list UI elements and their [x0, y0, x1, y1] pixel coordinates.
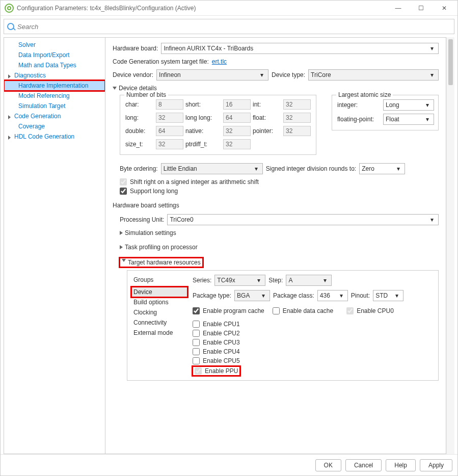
sidebar-item-solver[interactable]: Solver: [4, 40, 105, 50]
target-hw-res-toggle[interactable]: Target hardware resources: [120, 258, 439, 267]
sidebar-item-diagnostics[interactable]: Diagnostics: [4, 70, 105, 81]
group-build-options[interactable]: Build options: [131, 297, 187, 307]
float-input: [283, 113, 311, 123]
group-connectivity[interactable]: Connectivity: [131, 318, 187, 328]
atomic-int-select[interactable]: Long▾: [383, 99, 434, 111]
chevron-down-icon: ▾: [428, 216, 436, 223]
byteorder-value: Little Endian: [164, 165, 197, 172]
support-longlong-checkbox[interactable]: Support long long: [120, 188, 439, 195]
chevron-down-icon: ▾: [259, 292, 267, 299]
codegen-target-link[interactable]: ert.tlc: [212, 58, 227, 65]
sidebar-item-coverage[interactable]: Coverage: [4, 121, 105, 131]
chevron-down-icon: ▾: [252, 165, 260, 172]
group-clocking[interactable]: Clocking: [131, 307, 187, 318]
sidebar: Solver Data Import/Export Math and Data …: [4, 37, 105, 454]
sidebar-item-model-referencing[interactable]: Model Referencing: [4, 91, 105, 101]
enable-cpu4-checkbox[interactable]: Enable CPU4: [193, 348, 434, 355]
chevron-down-icon: ▾: [428, 45, 436, 52]
chevron-right-icon: [120, 231, 123, 235]
vendor-label: Device vendor:: [113, 71, 153, 78]
step-select: A▾: [286, 275, 332, 286]
atomic-int-value: Long: [386, 101, 399, 109]
hw-settings-heading: Hardware board settings: [113, 202, 439, 209]
group-device[interactable]: Device: [131, 287, 187, 297]
series-label: Series:: [193, 277, 211, 284]
sidebar-item-data-import-export[interactable]: Data Import/Export: [4, 50, 105, 60]
device-form: Series: TC49x▾ Step: A▾ Package type: BG…: [193, 275, 434, 376]
enable-data-cache-checkbox[interactable]: Enable data cache: [273, 307, 333, 314]
sizet-input: [156, 139, 183, 149]
signed-div-select[interactable]: Zero▾: [359, 163, 405, 174]
simulation-settings-toggle[interactable]: Simulation settings: [120, 229, 439, 236]
task-profiling-toggle[interactable]: Task profiling on processor: [120, 244, 439, 251]
atomic-fp-label: floating-point:: [337, 116, 381, 123]
simulation-settings-label: Simulation settings: [125, 229, 176, 236]
help-button[interactable]: Help: [386, 459, 416, 471]
pointer-input: [283, 126, 311, 136]
search-input[interactable]: [17, 23, 451, 31]
enable-cpu5-checkbox[interactable]: Enable CPU5: [193, 357, 434, 364]
longlong-input: [223, 113, 251, 123]
float-label: float:: [253, 114, 281, 121]
hwboard-value: Infineon AURIX TC4x - TriBoards: [164, 45, 253, 52]
device-details-label: Device details: [119, 85, 157, 92]
pinout-label: Pinout:: [351, 292, 370, 299]
byteorder-label: Byte ordering:: [120, 165, 158, 172]
groups-box: Groups Device Build options Clocking Con…: [127, 270, 439, 381]
maximize-button[interactable]: ☐: [410, 1, 433, 15]
group-external-mode[interactable]: External mode: [131, 328, 187, 338]
pkgtype-select: BGA▾: [234, 290, 270, 301]
shift-right-checkbox: Shift right on a signed integer as arith…: [120, 178, 439, 186]
atomic-fp-select[interactable]: Float▾: [383, 114, 434, 125]
chevron-down-icon: [122, 259, 126, 262]
sidebar-item-hdl-code-generation[interactable]: HDL Code Generation: [4, 131, 105, 142]
enable-cpu4-label: Enable CPU4: [203, 348, 240, 355]
sidebar-item-code-generation[interactable]: Code Generation: [4, 111, 105, 121]
pkgclass-value: 436: [320, 292, 330, 299]
sidebar-item-hardware-implementation[interactable]: Hardware Implementation: [4, 81, 105, 91]
int-label: int:: [253, 101, 281, 108]
minimize-button[interactable]: —: [387, 1, 410, 15]
chevron-down-icon: ▾: [394, 165, 402, 172]
apply-button[interactable]: Apply: [420, 459, 452, 471]
procunit-select[interactable]: TriCore0▾: [167, 214, 439, 225]
ptrdiff-label: ptrdiff_t:: [185, 141, 221, 148]
enable-prog-cache-checkbox[interactable]: Enable program cache: [193, 307, 264, 314]
pkgclass-label: Package class:: [273, 292, 314, 299]
window-buttons: — ☐ ✕: [387, 1, 455, 15]
app-icon: [5, 4, 14, 13]
char-label: char:: [125, 101, 154, 108]
main-panel: Hardware board: Infineon AURIX TC4x - Tr…: [105, 37, 446, 454]
hwboard-select[interactable]: Infineon AURIX TC4x - TriBoards ▾: [161, 43, 439, 54]
device-details-toggle[interactable]: Device details: [113, 85, 439, 92]
enable-cpu3-checkbox[interactable]: Enable CPU3: [193, 339, 434, 346]
procunit-label: Processing Unit:: [120, 216, 164, 223]
enable-cpu1-checkbox[interactable]: Enable CPU1: [193, 321, 434, 328]
enable-cpu2-checkbox[interactable]: Enable CPU2: [193, 330, 434, 337]
signed-div-value: Zero: [362, 165, 374, 172]
series-value: TC49x: [217, 277, 235, 284]
chevron-down-icon: ▾: [423, 116, 432, 123]
ok-button[interactable]: OK: [315, 459, 341, 471]
vertical-scrollbar[interactable]: [446, 37, 454, 454]
groups-list: Groups Device Build options Clocking Con…: [131, 275, 187, 376]
procunit-value: TriCore0: [170, 216, 193, 223]
close-button[interactable]: ✕: [433, 1, 455, 15]
long-input: [156, 113, 183, 123]
bits-title: Number of bits: [124, 91, 168, 98]
pinout-select[interactable]: STD▾: [373, 290, 403, 301]
sidebar-item-simulation-target[interactable]: Simulation Target: [4, 101, 105, 111]
scrollbar-thumb[interactable]: [448, 39, 453, 85]
chevron-down-icon: ▾: [321, 277, 329, 284]
chevron-down-icon: ▾: [393, 292, 401, 299]
cancel-button[interactable]: Cancel: [345, 459, 382, 471]
search-bar[interactable]: [4, 19, 454, 34]
target-hw-res-label: Target hardware resources: [128, 259, 201, 266]
pkgclass-select[interactable]: 436▾: [317, 290, 348, 301]
ptrdiff-input: [223, 139, 251, 149]
short-label: short:: [185, 101, 221, 108]
series-select: TC49x▾: [214, 275, 265, 286]
task-profiling-label: Task profiling on processor: [125, 244, 198, 251]
chevron-down-icon: ▾: [258, 71, 266, 78]
sidebar-item-math-data-types[interactable]: Math and Data Types: [4, 60, 105, 70]
